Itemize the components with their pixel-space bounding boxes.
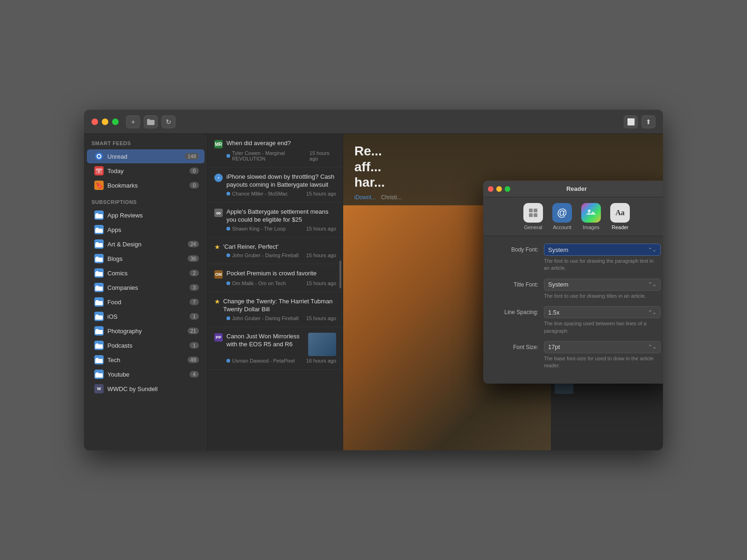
unread-dot xyxy=(226,316,230,320)
font-size-select[interactable]: 17pt ⌃⌄ xyxy=(544,341,661,353)
tab-reader[interactable]: Aa Reader xyxy=(610,203,630,230)
comics-label: Comics xyxy=(107,270,190,277)
body-font-label: Body Font: xyxy=(493,244,544,253)
article-author: Christi... xyxy=(381,194,402,201)
smart-feeds-header: SMART FEEDS xyxy=(84,134,207,149)
body-font-arrow: ⌃⌄ xyxy=(648,247,656,253)
font-size-row: Font Size: 17pt ⌃⌄ The base font-size fo… xyxy=(493,341,661,370)
article-item[interactable]: ∞ Apple's Batterygate settlement means y… xyxy=(208,203,343,238)
dialog-traffic-lights xyxy=(488,186,510,192)
article-title: When did average end? xyxy=(226,140,336,147)
dialog-minimize-button[interactable] xyxy=(496,186,502,192)
body-font-select[interactable]: System ⌃⌄ xyxy=(544,244,661,256)
dialog-maximize-button[interactable] xyxy=(505,186,510,192)
article-thumbnail xyxy=(308,333,336,356)
article-item[interactable]: OM Pocket Premium is crowd favorite Om M… xyxy=(208,264,343,292)
sidebar-item-photography[interactable]: Photography 21 xyxy=(87,324,204,338)
article-time: 15 hours ago xyxy=(306,252,336,258)
refresh-button[interactable]: ↻ xyxy=(162,115,176,128)
subscriptions-header: SUBSCRIPTIONS xyxy=(84,193,207,208)
apps-label: Apps xyxy=(107,226,199,233)
body-font-value: System xyxy=(548,246,568,253)
unread-dot xyxy=(226,227,230,231)
article-item[interactable]: ★ Change the Twenty: The Harriet Tubman … xyxy=(208,292,343,327)
general-tab-icon xyxy=(523,203,543,223)
feed-icon: ∞ xyxy=(214,209,223,217)
tab-images[interactable]: Images xyxy=(581,203,601,230)
article-item[interactable]: MR When did average end? Tyler Cowen - M… xyxy=(208,134,343,168)
body-font-hint: The font to use for drawing the paragrap… xyxy=(544,258,661,272)
sidebar-item-art-design[interactable]: Art & Design 24 xyxy=(87,237,204,251)
font-size-hint: The base font-size for used to draw in t… xyxy=(544,355,661,370)
sidebar-item-apps[interactable]: Apps xyxy=(87,223,204,237)
sidebar-item-tech[interactable]: Tech 49 xyxy=(87,353,204,367)
browser-button[interactable]: ⬜ xyxy=(624,115,638,128)
title-font-select[interactable]: System ⌃⌄ xyxy=(544,279,661,291)
unread-badge: 148 xyxy=(185,153,199,160)
tab-general[interactable]: General xyxy=(523,203,543,230)
youtube-badge: 4 xyxy=(190,371,199,378)
title-font-arrow: ⌃⌄ xyxy=(648,281,656,287)
maximize-button[interactable] xyxy=(112,119,119,125)
sidebar-item-food[interactable]: Food 7 xyxy=(87,295,204,309)
article-source-text: Tyler Cowen - Marginal REVOLUTION xyxy=(232,150,310,161)
comics-icon xyxy=(94,268,104,278)
reader-dialog: Reader General xyxy=(483,181,663,384)
share-button[interactable]: ⬆ xyxy=(641,115,655,128)
article-item[interactable]: PP Canon Just Won Mirrorless with the EO… xyxy=(208,327,343,370)
sidebar-item-app-reviews[interactable]: App Reviews xyxy=(87,208,204,222)
close-button[interactable] xyxy=(92,119,98,125)
photography-badge: 21 xyxy=(188,328,199,334)
images-tab-icon xyxy=(581,203,601,223)
feed-icon: PP xyxy=(214,333,223,342)
font-size-arrow: ⌃⌄ xyxy=(648,344,656,350)
font-size-field: 17pt ⌃⌄ The base font-size for used to d… xyxy=(544,341,661,370)
account-tab-icon: @ xyxy=(552,203,572,223)
reader-dialog-title: Reader xyxy=(566,185,587,192)
title-bar: + ↻ ⬜ ⬆ xyxy=(84,110,663,134)
body-font-row: Body Font: System ⌃⌄ The font to use for… xyxy=(493,244,661,272)
article-source-text: Om Malik - Om on Tech xyxy=(232,280,286,286)
title-font-value: System xyxy=(548,281,568,288)
traffic-lights xyxy=(92,119,119,125)
svg-text:T: T xyxy=(98,170,100,174)
art-design-label: Art & Design xyxy=(107,241,188,248)
sidebar-item-ios[interactable]: iOS 1 xyxy=(87,309,204,323)
reader-tab-icon: Aa xyxy=(610,203,630,223)
article-meta: John Gruber - Daring Fireball 15 hours a… xyxy=(214,315,336,321)
article-source-link[interactable]: iDownl... xyxy=(354,194,376,201)
sidebar-item-unread[interactable]: Unread 148 xyxy=(87,149,204,163)
article-title: Apple's Batterygate settlement means you… xyxy=(226,208,336,224)
sidebar-item-podcasts[interactable]: Podcasts 1 xyxy=(87,338,204,352)
sidebar-item-today[interactable]: T Today 0 xyxy=(87,164,204,178)
sidebar-item-youtube[interactable]: Youtube 4 xyxy=(87,367,204,381)
today-label: Today xyxy=(107,168,190,175)
food-badge: 7 xyxy=(190,299,199,305)
line-spacing-select[interactable]: 1.5x ⌃⌄ xyxy=(544,306,661,318)
youtube-icon xyxy=(94,370,104,379)
article-item[interactable]: ★ 'Carl Reiner, Perfect' John Gruber - D… xyxy=(208,238,343,265)
companies-label: Companies xyxy=(107,284,190,291)
today-icon: T xyxy=(94,166,104,175)
feed-icon: OM xyxy=(214,270,223,279)
tech-badge: 49 xyxy=(188,357,199,363)
tab-account[interactable]: @ Account xyxy=(552,203,572,230)
podcasts-icon xyxy=(94,341,104,350)
article-item[interactable]: ● iPhone slowed down by throttling? Cash… xyxy=(208,168,343,203)
minimize-button[interactable] xyxy=(102,119,108,125)
sidebar-item-companies[interactable]: Companies 3 xyxy=(87,280,204,294)
article-source-text: John Gruber - Daring Fireball xyxy=(232,315,298,321)
sidebar-item-comics[interactable]: Comics 2 xyxy=(87,266,204,280)
add-button[interactable]: + xyxy=(126,115,140,128)
folder-button[interactable] xyxy=(144,115,158,128)
sidebar-item-bookmarks[interactable]: 🔖 Bookmarks 0 xyxy=(87,178,204,192)
svg-rect-7 xyxy=(529,209,533,212)
line-spacing-hint: The line-spacing used between two lines … xyxy=(544,320,661,335)
dialog-close-button[interactable] xyxy=(488,186,493,192)
general-tab-label: General xyxy=(524,224,542,230)
unread-dot xyxy=(226,192,230,196)
tech-icon xyxy=(94,355,104,364)
sidebar-item-wwdc[interactable]: W WWDC by Sundell xyxy=(87,382,204,396)
sidebar-item-blogs[interactable]: Blogs 36 xyxy=(87,252,204,266)
art-design-icon xyxy=(94,239,104,249)
